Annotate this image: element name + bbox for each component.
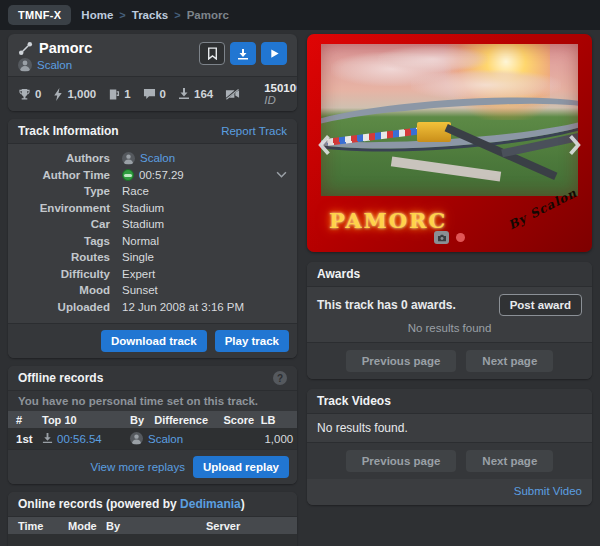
info-row-tags: Tags Normal: [18, 233, 287, 250]
upload-replay-button[interactable]: Upload replay: [193, 456, 289, 478]
cup-icon: [108, 88, 120, 101]
info-row-type: Type Race: [18, 183, 287, 200]
play-icon: [269, 48, 280, 59]
track-title: Pamorc: [39, 40, 92, 56]
trophy-icon: [18, 88, 31, 101]
next-page-button[interactable]: Next page: [466, 350, 553, 372]
bookmark-button[interactable]: [199, 42, 225, 65]
author-link[interactable]: Scalon: [140, 152, 175, 164]
chevron-right-icon: [568, 134, 582, 156]
dedimania-link[interactable]: Dedimania: [180, 497, 241, 511]
info-row-author-time: Author Time 00:57.29: [18, 167, 287, 184]
track-information-panel: Track Information Report Track Authors S…: [8, 119, 297, 358]
breadcrumb: Home > Tracks > Pamorc: [81, 9, 228, 21]
info-row-uploaded: Uploaded 12 Jun 2008 at 3:16 PM: [18, 299, 287, 316]
car-crash-icon: [136, 541, 170, 546]
personal-time-notice: You have no personal time set on this tr…: [8, 391, 297, 411]
chevron-down-icon[interactable]: [276, 171, 287, 178]
author-avatar: [122, 152, 135, 165]
info-row-difficulty: Difficulty Expert: [18, 266, 287, 283]
info-row-environment: Environment Stadium: [18, 200, 287, 217]
stat-comments: 0: [143, 88, 166, 100]
carousel-prev-button[interactable]: [313, 130, 335, 160]
stat-video: [225, 88, 240, 100]
help-icon[interactable]: ?: [273, 371, 287, 385]
view-more-replays-link[interactable]: View more replays: [91, 461, 185, 473]
page: TMNF-X Home > Tracks > Pamorc Pamo: [0, 0, 600, 546]
info-row-authors: Authors Scalon: [18, 150, 287, 167]
report-track-link[interactable]: Report Track: [221, 125, 287, 137]
author-link[interactable]: Scalon: [37, 59, 72, 71]
previous-page-button[interactable]: Previous page: [346, 450, 457, 472]
replay-download-icon: [42, 433, 53, 444]
bookmark-icon: [207, 47, 218, 60]
stat-cups: 1: [108, 88, 130, 101]
info-row-mood: Mood Sunset: [18, 282, 287, 299]
previous-page-button[interactable]: Previous page: [346, 350, 457, 372]
carousel-indicators: [307, 231, 592, 244]
download-button[interactable]: [230, 42, 256, 65]
record-score: 1,000: [247, 433, 293, 445]
offline-record-row[interactable]: 1st 00:56.54 Scalon 1,000: [8, 428, 297, 449]
awards-summary: This track has 0 awards.: [317, 298, 456, 312]
author-avatar: [18, 58, 32, 72]
author-medal-icon: [122, 169, 134, 181]
offline-table-header: # Top 10 By Difference Score LB: [8, 411, 297, 428]
site-logo[interactable]: TMNF-X: [8, 5, 71, 25]
route-icon: [18, 41, 33, 56]
track-id: 150100 ID: [264, 82, 297, 106]
breadcrumb-home[interactable]: Home: [81, 9, 113, 21]
offline-records-panel: Offline records ? You have no personal t…: [8, 366, 297, 484]
track-name-graphic: PAMORC: [329, 208, 447, 233]
chevron-right-icon: >: [119, 9, 125, 21]
panel-title: Track Videos: [317, 394, 391, 408]
stat-awards: 0: [18, 88, 41, 101]
awards-panel: Awards This track has 0 awards. Post awa…: [307, 262, 592, 379]
breadcrumb-tracks[interactable]: Tracks: [132, 9, 168, 21]
breadcrumb-current: Pamorc: [187, 9, 229, 21]
comment-icon: [143, 88, 156, 100]
post-award-button[interactable]: Post award: [499, 294, 582, 316]
leaderboard-x-icon: ✕: [293, 432, 297, 446]
online-table-header: Time Mode By Server: [8, 517, 297, 534]
online-empty-state: No online records found: [8, 534, 297, 546]
online-records-panel: Online records (powered by Dedimania) Ti…: [8, 492, 297, 546]
bolt-icon: [53, 88, 63, 101]
panel-title: Awards: [317, 267, 360, 281]
record-player-link[interactable]: Scalon: [148, 433, 183, 445]
track-videos-panel: Track Videos No results found. Previous …: [307, 389, 592, 505]
panel-title: Online records (powered by Dedimania): [18, 497, 245, 511]
download-track-button[interactable]: Download track: [101, 330, 207, 352]
record-position: 1st: [16, 433, 42, 445]
submit-video-link[interactable]: Submit Video: [514, 485, 582, 497]
play-track-button[interactable]: Play track: [215, 330, 289, 352]
info-row-routes: Routes Single: [18, 249, 287, 266]
awards-empty-text: No results found: [307, 318, 592, 342]
stat-points: 1,000: [53, 88, 96, 101]
top-nav-bar: TMNF-X Home > Tracks > Pamorc: [0, 0, 600, 30]
track-image-card: PAMORC By Scalon: [307, 34, 592, 252]
videos-empty-text: No results found.: [307, 414, 592, 443]
record-time-link[interactable]: 00:56.54: [57, 433, 102, 445]
track-stats-bar: 0 1,000 1: [8, 76, 297, 111]
panel-title: Offline records: [18, 371, 103, 385]
carousel-dot[interactable]: [456, 233, 465, 242]
track-screenshot: [321, 44, 578, 196]
record-avatar: [130, 432, 143, 445]
info-row-car: Car Stadium: [18, 216, 287, 233]
carousel-next-button[interactable]: [564, 130, 586, 160]
chevron-left-icon: [317, 134, 331, 156]
video-off-icon: [225, 88, 240, 100]
track-header-panel: Pamorc Scalon: [8, 34, 297, 111]
camera-indicator[interactable]: [434, 231, 449, 244]
next-page-button[interactable]: Next page: [466, 450, 553, 472]
play-button[interactable]: [261, 42, 287, 65]
panel-title: Track Information: [18, 124, 119, 138]
chevron-right-icon: >: [174, 9, 180, 21]
download-icon: [237, 48, 249, 60]
stat-downloads: 164: [178, 88, 213, 100]
download-tray-icon: [178, 88, 190, 100]
